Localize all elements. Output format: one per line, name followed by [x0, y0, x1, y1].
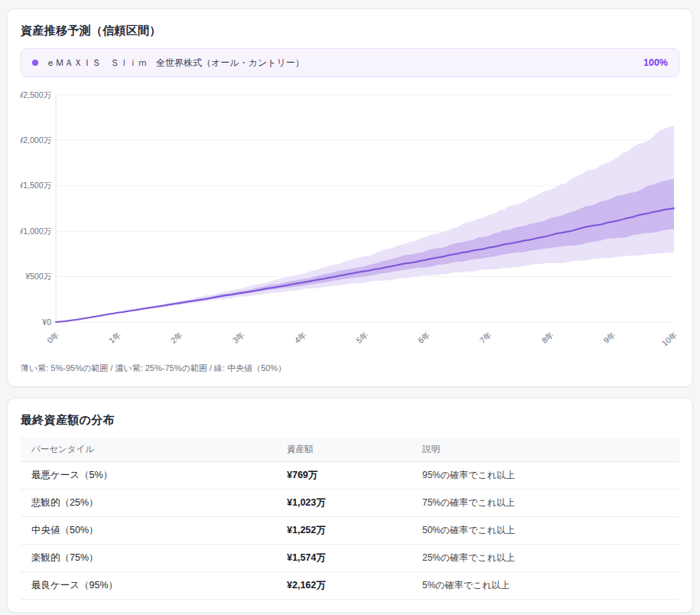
svg-text:¥500万: ¥500万 [24, 272, 51, 281]
svg-text:¥2,000万: ¥2,000万 [21, 135, 51, 145]
svg-text:9年: 9年 [601, 330, 617, 345]
distribution-table: パーセンタイル 資産額 説明 最悪ケース（5%） ¥769万 95%の確率でこれ… [21, 438, 679, 600]
fund-allocation: 100% [643, 57, 668, 68]
col-header-description: 説明 [412, 438, 679, 462]
svg-text:3年: 3年 [230, 330, 246, 345]
page: { "forecast_card": { "title": "資産推移予測（信頼… [0, 0, 700, 615]
svg-text:1年: 1年 [107, 330, 123, 345]
svg-text:0年: 0年 [45, 330, 61, 345]
fund-legend-row[interactable]: ｅＭＡＸＩＳ Ｓｌｉｍ 全世界株式（オール・カントリー） 100% [21, 48, 679, 77]
forecast-chart[interactable]: ¥0¥500万¥1,000万¥1,500万¥2,000万¥2,500万0年1年2… [21, 87, 679, 356]
svg-text:10年: 10年 [660, 330, 679, 348]
table-row: 悲観的（25%） ¥1,023万 75%の確率でこれ以上 [21, 490, 679, 517]
fund-name: ｅＭＡＸＩＳ Ｓｌｉｍ 全世界株式（オール・カントリー） [46, 57, 304, 70]
table-row: 最悪ケース（5%） ¥769万 95%の確率でこれ以上 [21, 462, 679, 490]
svg-text:5年: 5年 [354, 330, 370, 345]
cell-description: 95%の確率でこれ以上 [412, 462, 679, 490]
chart-canvas[interactable]: ¥0¥500万¥1,000万¥1,500万¥2,000万¥2,500万0年1年2… [21, 87, 681, 356]
svg-text:¥1,000万: ¥1,000万 [21, 226, 51, 236]
cell-percentile: 悲観的（25%） [21, 490, 276, 517]
cell-amount: ¥769万 [276, 462, 412, 490]
table-row: 最良ケース（95%） ¥2,162万 5%の確率でこれ以上 [21, 572, 679, 600]
cell-percentile: 中央値（50%） [21, 517, 276, 545]
table-header-row: パーセンタイル 資産額 説明 [21, 438, 679, 462]
svg-text:6年: 6年 [416, 330, 432, 345]
svg-text:¥2,500万: ¥2,500万 [21, 90, 51, 99]
fund-color-dot-icon [32, 60, 38, 66]
distribution-card: 最終資産額の分布 パーセンタイル 資産額 説明 最悪ケース（5%） ¥769万 … [7, 398, 693, 613]
cell-percentile: 楽観的（75%） [21, 545, 276, 572]
table-row: 中央値（50%） ¥1,252万 50%の確率でこれ以上 [21, 517, 679, 545]
cell-description: 25%の確率でこれ以上 [412, 545, 679, 572]
col-header-amount: 資産額 [276, 438, 412, 462]
forecast-card: 資産推移予測（信頼区間） ｅＭＡＸＩＳ Ｓｌｉｍ 全世界株式（オール・カントリー… [7, 8, 693, 387]
cell-description: 5%の確率でこれ以上 [412, 572, 679, 600]
svg-text:7年: 7年 [478, 330, 494, 345]
cell-description: 50%の確率でこれ以上 [412, 517, 679, 545]
svg-text:2年: 2年 [169, 330, 185, 345]
chart-footnote: 薄い紫: 5%-95%の範囲 / 濃い紫: 25%-75%の範囲 / 線: 中央… [21, 363, 679, 374]
forecast-title: 資産推移予測（信頼区間） [21, 23, 679, 38]
cell-amount: ¥1,252万 [276, 517, 412, 545]
svg-text:4年: 4年 [292, 330, 308, 345]
cell-description: 75%の確率でこれ以上 [412, 490, 679, 517]
svg-text:¥1,500万: ¥1,500万 [21, 181, 51, 190]
cell-percentile: 最悪ケース（5%） [21, 462, 276, 490]
svg-text:¥0: ¥0 [41, 317, 51, 327]
distribution-title: 最終資産額の分布 [21, 412, 679, 428]
svg-text:8年: 8年 [539, 330, 555, 345]
table-row: 楽観的（75%） ¥1,574万 25%の確率でこれ以上 [21, 545, 679, 572]
cell-amount: ¥2,162万 [276, 572, 412, 600]
col-header-percentile: パーセンタイル [21, 438, 276, 462]
cell-amount: ¥1,023万 [276, 490, 412, 517]
cell-amount: ¥1,574万 [276, 545, 412, 572]
cell-percentile: 最良ケース（95%） [21, 572, 276, 600]
